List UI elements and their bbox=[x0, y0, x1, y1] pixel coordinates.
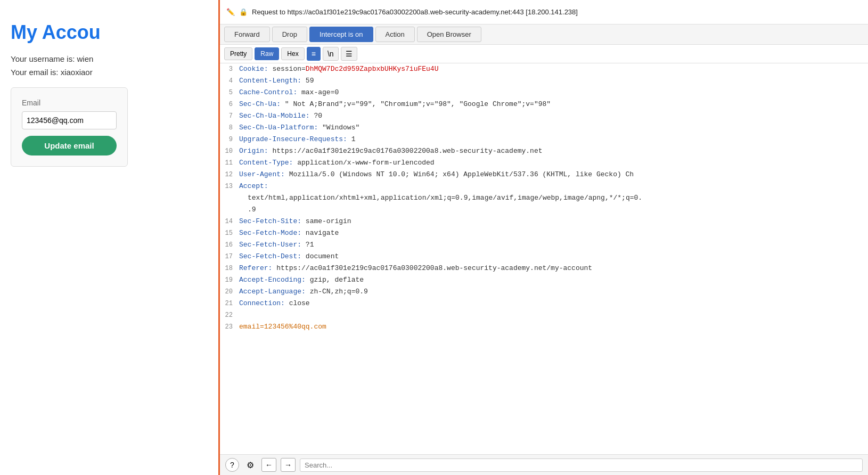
update-email-button[interactable]: Update email bbox=[22, 136, 117, 155]
line-content: Sec-Ch-Ua-Mobile: ?0 bbox=[239, 110, 868, 122]
line-number: 16 bbox=[220, 239, 239, 251]
table-row: 7Sec-Ch-Ua-Mobile: ?0 bbox=[220, 110, 868, 122]
table-row: 19Accept-Encoding: gzip, deflate bbox=[220, 274, 868, 286]
settings-icon: ⚙ bbox=[247, 460, 254, 470]
line-number: 13 bbox=[220, 181, 239, 192]
table-row: 10Origin: https://ac0a1f301e219c9ac0176a… bbox=[220, 145, 868, 157]
table-row: 21Connection: close bbox=[220, 298, 868, 309]
line-number: 8 bbox=[220, 122, 239, 134]
table-row: 3Cookie: session=DhMQW7Dc2d959ZapbxbUHKy… bbox=[220, 63, 868, 75]
line-number: 4 bbox=[220, 75, 239, 87]
table-row: 12User-Agent: Mozilla/5.0 (Windows NT 10… bbox=[220, 169, 868, 181]
line-content: Content-Length: 59 bbox=[239, 75, 868, 87]
email-text: Your email is: xiaoxiaor bbox=[11, 68, 208, 77]
line-number: 22 bbox=[220, 309, 239, 321]
line-number: 10 bbox=[220, 145, 239, 157]
table-row: 15Sec-Fetch-Mode: navigate bbox=[220, 227, 868, 239]
line-number: 20 bbox=[220, 286, 239, 298]
line-content: Sec-Fetch-Dest: document bbox=[239, 251, 868, 263]
request-url: Request to https://ac0a1f301e219c9ac0176… bbox=[252, 8, 578, 16]
table-row: 9Upgrade-Insecure-Requests: 1 bbox=[220, 134, 868, 145]
url-bar: ✏️ 🔒 Request to https://ac0a1f301e219c9a… bbox=[220, 0, 868, 24]
line-content: Sec-Fetch-User: ?1 bbox=[239, 239, 868, 251]
email-label: Email bbox=[22, 99, 117, 107]
line-content: Sec-Fetch-Site: same-origin bbox=[239, 216, 868, 227]
line-number: 17 bbox=[220, 251, 239, 263]
line-number: 15 bbox=[220, 227, 239, 239]
username-text: Your username is: wien bbox=[11, 54, 208, 63]
settings-icon-button[interactable]: ⚙ bbox=[243, 458, 257, 472]
email-section: Email Update email bbox=[11, 87, 128, 167]
table-row: 14Sec-Fetch-Site: same-origin bbox=[220, 216, 868, 227]
intercept-toolbar: Forward Drop Intercept is on Action Open… bbox=[220, 24, 868, 45]
line-number: 11 bbox=[220, 157, 239, 169]
drop-button[interactable]: Drop bbox=[272, 27, 307, 42]
search-input[interactable] bbox=[300, 458, 863, 472]
line-content: Cookie: session=DhMQW7Dc2d959ZapbxbUHKys… bbox=[239, 63, 868, 75]
newline-icon-button[interactable]: \n bbox=[323, 47, 339, 61]
page-title: My Accou bbox=[11, 21, 208, 44]
line-content: User-Agent: Mozilla/5.0 (Windows NT 10.0… bbox=[239, 169, 868, 181]
table-row: 16Sec-Fetch-User: ?1 bbox=[220, 239, 868, 251]
lock-icon: 🔒 bbox=[239, 8, 248, 16]
table-row: .9 bbox=[220, 204, 868, 216]
line-content: email=123456%40qq.com bbox=[239, 321, 868, 333]
line-content: Sec-Ch-Ua: " Not A;Brand";v="99", "Chrom… bbox=[239, 99, 868, 110]
hex-button[interactable]: Hex bbox=[281, 47, 304, 60]
help-icon-button[interactable]: ? bbox=[225, 458, 239, 472]
line-number: 18 bbox=[220, 263, 239, 274]
pretty-button[interactable]: Pretty bbox=[224, 47, 252, 60]
line-number: 5 bbox=[220, 87, 239, 99]
table-row: 18Referer: https://ac0a1f301e219c9ac0176… bbox=[220, 263, 868, 274]
line-number: 7 bbox=[220, 110, 239, 122]
line-content: Upgrade-Insecure-Requests: 1 bbox=[239, 134, 868, 145]
line-content: Accept-Language: zh-CN,zh;q=0.9 bbox=[239, 286, 868, 298]
background-page: My Accou Your username is: wien Your ema… bbox=[0, 0, 218, 475]
line-content: Connection: close bbox=[239, 298, 868, 309]
request-code-area[interactable]: 3Cookie: session=DhMQW7Dc2d959ZapbxbUHKy… bbox=[220, 63, 868, 454]
line-number: 9 bbox=[220, 134, 239, 145]
help-icon: ? bbox=[230, 461, 234, 469]
pencil-icon: ✏️ bbox=[226, 8, 235, 16]
line-content: Sec-Ch-Ua-Platform: "Windows" bbox=[239, 122, 868, 134]
table-row: 23email=123456%40qq.com bbox=[220, 321, 868, 333]
table-row: 6Sec-Ch-Ua: " Not A;Brand";v="99", "Chro… bbox=[220, 99, 868, 110]
line-number: 23 bbox=[220, 321, 239, 333]
table-row: 5Cache-Control: max-age=0 bbox=[220, 87, 868, 99]
filter-icon-button[interactable]: ≡ bbox=[307, 47, 321, 61]
forward-nav-button[interactable]: → bbox=[281, 458, 296, 472]
format-toolbar: Pretty Raw Hex ≡ \n ☰ bbox=[220, 45, 868, 63]
line-number: 12 bbox=[220, 169, 239, 181]
burp-panel: ✏️ 🔒 Request to https://ac0a1f301e219c9a… bbox=[218, 0, 868, 475]
raw-button[interactable]: Raw bbox=[255, 47, 279, 60]
line-content: Origin: https://ac0a1f301e219c9ac0176a03… bbox=[239, 145, 868, 157]
line-number: 14 bbox=[220, 216, 239, 227]
line-content: Cache-Control: max-age=0 bbox=[239, 87, 868, 99]
table-row: 22 bbox=[220, 309, 868, 321]
line-content: Content-Type: application/x-www-form-url… bbox=[239, 157, 868, 169]
table-row: 20Accept-Language: zh-CN,zh;q=0.9 bbox=[220, 286, 868, 298]
email-input[interactable] bbox=[22, 111, 117, 129]
table-row: 11Content-Type: application/x-www-form-u… bbox=[220, 157, 868, 169]
bottom-bar: ? ⚙ ← → bbox=[220, 454, 868, 475]
intercept-toggle-button[interactable]: Intercept is on bbox=[309, 27, 373, 42]
forward-button[interactable]: Forward bbox=[224, 27, 270, 42]
line-content: Accept-Encoding: gzip, deflate bbox=[239, 274, 868, 286]
menu-icon-button[interactable]: ☰ bbox=[341, 47, 357, 61]
back-button[interactable]: ← bbox=[261, 458, 276, 472]
line-content: Sec-Fetch-Mode: navigate bbox=[239, 227, 868, 239]
line-number: 19 bbox=[220, 274, 239, 286]
line-number: 21 bbox=[220, 298, 239, 309]
table-row: 17Sec-Fetch-Dest: document bbox=[220, 251, 868, 263]
table-row: 4Content-Length: 59 bbox=[220, 75, 868, 87]
table-row: 13Accept: bbox=[220, 181, 868, 192]
open-browser-button[interactable]: Open Browser bbox=[417, 27, 481, 42]
line-content: Accept: bbox=[239, 181, 868, 192]
line-number: 3 bbox=[220, 63, 239, 75]
table-row: 8Sec-Ch-Ua-Platform: "Windows" bbox=[220, 122, 868, 134]
line-content: Referer: https://ac0a1f301e219c9ac0176a0… bbox=[239, 263, 868, 274]
action-button[interactable]: Action bbox=[375, 27, 415, 42]
line-number: 6 bbox=[220, 99, 239, 110]
table-row: text/html,application/xhtml+xml,applicat… bbox=[220, 192, 868, 204]
